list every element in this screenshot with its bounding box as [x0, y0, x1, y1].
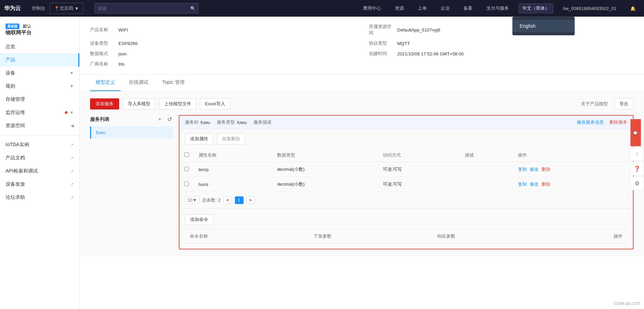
upload-model-button[interactable]: 上传模型文件 [159, 98, 196, 109]
back-to-top-button[interactable]: ↑ [630, 147, 644, 161]
excel-import-button[interactable]: Excel导入 [200, 98, 230, 109]
batch-delete-button[interactable]: 批量删除 [217, 133, 245, 144]
service-id-item: 服务ID fuwu [185, 119, 210, 125]
chevron-icon: ▼ [70, 71, 74, 76]
col-access: 访问方式 [378, 149, 460, 162]
row-checkbox-1[interactable] [184, 167, 189, 171]
export-button[interactable]: 导出 [614, 98, 634, 109]
dot-indicator [65, 111, 68, 114]
prev-page-button[interactable]: < [223, 196, 232, 204]
delete-link-2[interactable]: 删除 [541, 181, 550, 187]
feedback-button[interactable]: 💬 [630, 119, 641, 147]
col-data-type: 数据类型 [272, 149, 378, 162]
page-size-select[interactable]: 10 ▼ [185, 196, 199, 204]
attr-datatype-1: decimal(小数) [272, 162, 378, 177]
label-device-type: 设备类型 [90, 40, 114, 46]
row-checkbox-2[interactable] [184, 182, 189, 186]
delete-link-1[interactable]: 删除 [541, 166, 550, 173]
info-row-device-type: 设备类型 ESP8266 [90, 40, 355, 46]
attr-name-2: humi [194, 177, 272, 192]
copy-link-1[interactable]: 复制 [518, 166, 527, 173]
nav-notification[interactable]: 🔔 [626, 0, 640, 17]
help-button[interactable]: ❓ [630, 162, 644, 176]
add-command-button[interactable]: 添加命令 [185, 214, 213, 225]
lang-option-english[interactable]: English [513, 20, 574, 32]
import-model-button[interactable]: 导入库模型 [123, 98, 156, 109]
add-attribute-button[interactable]: 添加属性 [185, 133, 213, 144]
sidebar-item-iotda[interactable]: IoTDA实例 ↗ [0, 138, 79, 151]
service-info-left: 服务ID fuwu 服务类型 fuwu 服务描述 [185, 119, 274, 125]
service-id-label: 服务ID [185, 119, 199, 125]
service-list-item[interactable]: fuwu [90, 126, 173, 139]
attr-ops-1: 复制 修改 删除 [513, 162, 633, 177]
service-desc-label: 服务描述 [254, 119, 272, 125]
language-button[interactable]: 中文（简体） [519, 3, 553, 13]
nav-billing[interactable]: 费用中心 [359, 0, 385, 17]
nav-user[interactable]: hw_008618894693502_01 [559, 0, 620, 17]
next-page-button[interactable]: > [246, 196, 255, 204]
tab-model-definition[interactable]: 模型定义 [90, 74, 121, 91]
edit-link-2[interactable]: 修改 [530, 181, 539, 187]
sidebar-item-monitor[interactable]: 监控运维 ▼ [0, 106, 79, 119]
sidebar-item-device-provision[interactable]: 设备发放 ↗ [0, 178, 79, 191]
sidebar-item-resource-space[interactable]: 资源空间 ◀ [0, 119, 79, 132]
delete-service-link[interactable]: 删除服务 [609, 119, 627, 125]
external-link-icon: ↗ [70, 156, 74, 160]
total-count: 总条数: 2 [202, 197, 220, 203]
col-ops: 操作 [513, 149, 633, 162]
sidebar: 基础版 默认 物联网平台 总览 产品 设备 ▼ 规则 ▼ 存储管理 监控运维 ▼ [0, 17, 80, 309]
label-data-format: 数据格式 [90, 51, 114, 57]
content-area: 添加服务 导入库模型 上传模型文件 Excel导入 关于产品模型 导出 服务列表 [80, 91, 644, 256]
tab-online-debug[interactable]: 在线调试 [123, 74, 154, 91]
sidebar-badge: 基础版 [6, 24, 19, 29]
about-model-button[interactable]: 关于产品模型 [578, 98, 611, 109]
location-icon: 📍 [54, 6, 60, 11]
sidebar-item-devices[interactable]: 设备 ▼ [0, 67, 79, 80]
chevron-icon: ▼ [70, 84, 74, 89]
settings-button[interactable]: ⚙ [630, 176, 644, 190]
nav-enterprise[interactable]: 企业 [436, 0, 454, 17]
sidebar-default: 默认 [23, 24, 31, 29]
nav-location[interactable]: 📍 北京四 ▼ [50, 3, 83, 14]
col-attr-name: 属性名称 [194, 149, 272, 162]
nav-console[interactable]: 控制台 [28, 0, 50, 17]
nav-publish[interactable]: 上单 [414, 0, 431, 17]
sidebar-item-storage[interactable]: 存储管理 [0, 93, 79, 106]
toolbar-right: 关于产品模型 导出 [578, 98, 634, 109]
sidebar-item-product-docs[interactable]: 产品文档 ↗ [0, 151, 79, 165]
search-input[interactable] [95, 3, 199, 14]
nav-backup[interactable]: 备案 [459, 0, 477, 17]
sidebar-item-rules[interactable]: 规则 ▼ [0, 80, 79, 93]
sidebar-item-forum[interactable]: 论坛求助 ↗ [0, 191, 79, 204]
table-row: temp decimal(小数) 可读,可写 复制 修改 删除 [179, 162, 633, 177]
attr-access-2: 可读,可写 [378, 177, 460, 192]
nav-resources[interactable]: 资源 [391, 0, 408, 17]
service-list-title: 服务列表 [90, 116, 109, 123]
sidebar-item-products[interactable]: 产品 [0, 53, 79, 67]
info-row-name: 产品名称 WIFI [90, 24, 355, 36]
add-service-icon-button[interactable]: ＋ [156, 115, 164, 124]
external-link-icon: ↗ [70, 169, 74, 174]
service-id-value: fuwu [201, 120, 210, 125]
edit-link-1[interactable]: 修改 [530, 166, 539, 173]
current-page-button[interactable]: 1 [235, 196, 244, 204]
info-row-data-format: 数据格式 json [90, 51, 355, 57]
tab-topic-management[interactable]: Topic 管理 [157, 74, 190, 91]
sidebar-item-api-debug[interactable]: API检索和调试 ↗ [0, 165, 79, 178]
col-desc: 描述 [460, 149, 513, 162]
nav-payment[interactable]: 支付与服务 [482, 0, 513, 17]
edit-service-link[interactable]: 修改服务信息 [577, 119, 604, 125]
add-service-button[interactable]: 添加服务 [90, 98, 119, 109]
external-link-icon: ↗ [70, 142, 74, 147]
search-icon[interactable]: 🔍 [190, 6, 196, 11]
copy-link-2[interactable]: 复制 [518, 181, 527, 187]
service-type-item: 服务类型 fuwu [217, 119, 246, 125]
service-list-actions: ＋ ↺ [156, 115, 173, 124]
refresh-service-button[interactable]: ↺ [166, 115, 173, 123]
select-all-checkbox[interactable] [184, 152, 189, 157]
value-resource-space: DefaultApp_6107nyj8 [397, 27, 440, 33]
service-list-header: 服务列表 ＋ ↺ [90, 115, 173, 124]
sidebar-item-overview[interactable]: 总览 [0, 40, 79, 53]
attr-desc-2 [460, 177, 513, 192]
main-layout: 基础版 默认 物联网平台 总览 产品 设备 ▼ 规则 ▼ 存储管理 监控运维 ▼ [0, 17, 644, 309]
